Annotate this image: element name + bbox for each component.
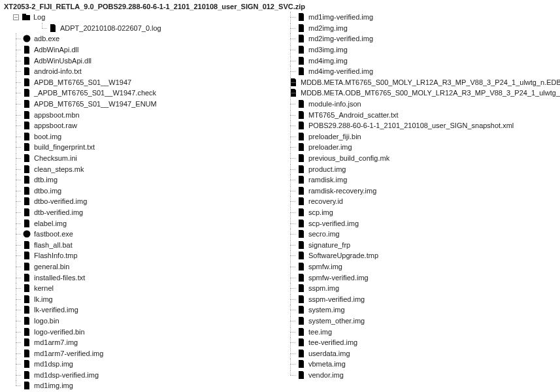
tree-item-file[interactable]: lk-verified.img	[4, 304, 278, 316]
tree-item-label: clean_steps.mk	[34, 165, 84, 173]
tree-item-file[interactable]: logo-verified.bin	[4, 326, 278, 337]
tree-item-file[interactable]: vbmeta.img	[278, 359, 553, 370]
tree-item-file[interactable]: system_other.img	[278, 316, 553, 327]
tree-item-label: product.img	[308, 165, 346, 173]
tree-item-label: adb.exe	[34, 35, 59, 42]
tree-item-file[interactable]: kernel	[4, 283, 278, 294]
tree-item-file[interactable]: ramdisk-recovery.img	[278, 186, 553, 197]
tree-item-file[interactable]: md4img.img	[278, 55, 553, 66]
tree-item-file[interactable]: tee-verified.img	[278, 337, 553, 348]
tree-item-file[interactable]: scp-verified.img	[278, 218, 553, 229]
tree-item-file[interactable]: dtb-verified.img	[4, 207, 278, 218]
tree-item-file[interactable]: appsboot.mbn	[4, 109, 278, 120]
tree-item-label: tee.img	[308, 328, 332, 336]
tree-elbow-icon	[288, 110, 295, 120]
tree-item-label: md1img.img	[34, 382, 73, 389]
file-icon	[297, 338, 306, 347]
file-icon	[297, 67, 306, 76]
tree-item-file[interactable]: MDDB.META.ODB_MT6765_S00_MOLY_LR12A_R3_M…	[278, 88, 553, 99]
tree-item-file[interactable]: userdata.img	[278, 348, 553, 359]
tree-item-file[interactable]: APDB_MT6765_S01__W1947	[4, 77, 278, 88]
file-icon	[22, 56, 31, 65]
tree-item-file[interactable]: dtb.img	[4, 174, 278, 186]
tree-item-file[interactable]: recovery.id	[278, 196, 553, 207]
tree-item-label: flash_all.bat	[34, 241, 73, 249]
collapse-toggle-icon[interactable]: –	[13, 14, 19, 20]
tree-item-file[interactable]: appsboot.raw	[4, 120, 278, 131]
tree-item-label: kernel	[34, 284, 54, 292]
tree-item-file[interactable]: scp.img	[278, 207, 553, 218]
tree-item-file[interactable]: lk.img	[4, 293, 278, 304]
tree-item-file[interactable]: FlashInfo.tmp	[4, 250, 278, 261]
tree-item-file[interactable]: sspm.img	[278, 283, 553, 294]
tree-item-file[interactable]: md1arm7-verified.img	[4, 348, 278, 359]
tree-item-file[interactable]: preloader.img	[278, 142, 553, 153]
tree-item-file[interactable]: POBS29.288-60-6-1-1_2101_210108_user_SIG…	[278, 120, 553, 131]
tree-item-file[interactable]: android-info.txt	[4, 66, 278, 77]
tree-item-file[interactable]: SoftwareUpgrade.tmp	[278, 250, 553, 261]
tree-item-file[interactable]: Checksum.ini	[4, 153, 278, 164]
tree-item-file[interactable]: preloader_fiji.bin	[278, 131, 553, 142]
tree-item-file[interactable]: general.bin	[4, 261, 278, 272]
tree-elbow-icon	[13, 359, 21, 369]
tree-item-file[interactable]: ADPT_20210108-022607_0.log	[4, 23, 278, 34]
tree-item-file[interactable]: product.img	[278, 163, 553, 174]
tree-elbow-icon	[13, 348, 21, 359]
tree-item-file[interactable]: tee.img	[278, 326, 553, 337]
tree-item-file[interactable]: spmfw.img	[278, 261, 553, 272]
tree-item-file[interactable]: build_fingerprint.txt	[4, 142, 278, 153]
file-icon	[22, 88, 31, 97]
tree-item-file[interactable]: secro.img	[278, 229, 553, 240]
tree-elbow-icon	[288, 304, 295, 315]
tree-item-file[interactable]: md1arm7.img	[4, 337, 278, 348]
tree-item-file[interactable]: MDDB.META.MT6765_S00_MOLY_LR12A_R3_MP_V8…	[278, 77, 553, 88]
tree-item-file[interactable]: md1img.img	[4, 380, 278, 391]
tree-item-file[interactable]: dtbo.img	[4, 186, 278, 197]
tree-item-file[interactable]: flash_all.bat	[4, 239, 278, 250]
tree-item-file[interactable]: signature_frp	[278, 239, 553, 250]
tree-item-file[interactable]: adb.exe	[4, 33, 278, 44]
tree-item-file[interactable]: md1dsp-verified.img	[4, 370, 278, 381]
tree-item-file[interactable]: md1img-verified.img	[278, 12, 553, 23]
tree-item-label: userdata.img	[308, 350, 350, 357]
text-file-icon	[22, 273, 31, 282]
tree-item-file[interactable]: elabel.img	[4, 218, 278, 229]
tree-item-file[interactable]: module-info.json	[278, 99, 553, 110]
ini-file-icon	[22, 154, 31, 163]
tree-item-file[interactable]: previous_build_config.mk	[278, 153, 553, 164]
tree-item-file[interactable]: installed-files.txt	[4, 272, 278, 283]
tree-item-folder-log[interactable]: – Log	[4, 12, 278, 23]
tree-item-file[interactable]: sspm-verified.img	[278, 293, 553, 304]
tree-item-file[interactable]: logo.bin	[4, 316, 278, 327]
tree-elbow-icon	[288, 250, 295, 261]
tree-item-file[interactable]: md1dsp.img	[4, 359, 278, 370]
tree-item-file[interactable]: md2img.img	[278, 23, 553, 34]
file-icon	[297, 186, 306, 195]
tree-item-file[interactable]: APDB_MT6765_S01__W1947_ENUM	[4, 99, 278, 110]
file-icon	[22, 186, 31, 195]
tree-item-file[interactable]: _APDB_MT6765_S01__W1947.check	[4, 88, 278, 99]
tree-elbow-icon	[288, 164, 295, 174]
tree-elbow-icon	[13, 44, 21, 55]
tree-item-file[interactable]: md2img-verified.img	[278, 33, 553, 44]
tree-item-file[interactable]: vendor.img	[278, 370, 553, 381]
tree-item-file[interactable]: md3img.img	[278, 44, 553, 56]
tree-item-file[interactable]: ramdisk.img	[278, 174, 553, 186]
tree-item-label: dtbo.img	[34, 187, 61, 195]
tree-elbow-icon	[13, 207, 21, 218]
tree-item-file[interactable]: AdbWinApi.dll	[4, 44, 278, 56]
file-icon	[297, 359, 306, 368]
tree-elbow-icon	[13, 240, 21, 250]
tree-item-file[interactable]: system.img	[278, 304, 553, 316]
tree-item-file[interactable]: boot.img	[4, 131, 278, 142]
tree-elbow-icon	[13, 304, 21, 315]
tree-item-file[interactable]: spmfw-verified.img	[278, 272, 553, 283]
tree-item-file[interactable]: fastboot.exe	[4, 229, 278, 240]
tree-elbow-icon	[288, 283, 295, 293]
tree-item-file[interactable]: MT6765_Android_scatter.txt	[278, 109, 553, 120]
tree-item-file[interactable]: md4img-verified.img	[278, 66, 553, 77]
tree-item-file[interactable]: dtbo-verified.img	[4, 196, 278, 207]
tree-item-file[interactable]: AdbWinUsbApi.dll	[4, 55, 278, 66]
tree-item-label: spmfw.img	[308, 263, 342, 270]
tree-item-file[interactable]: clean_steps.mk	[4, 163, 278, 174]
